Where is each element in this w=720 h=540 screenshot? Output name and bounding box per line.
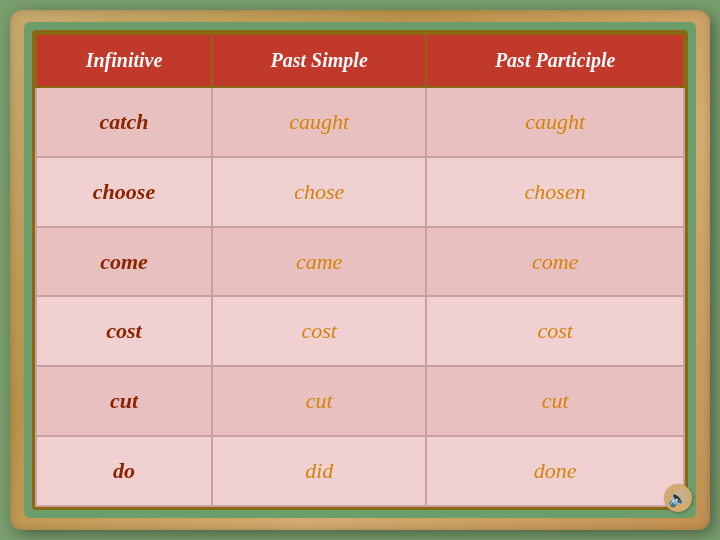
infinitive-cell: choose bbox=[36, 157, 212, 227]
past-participle-cell: chosen bbox=[426, 157, 684, 227]
infinitive-cell: do bbox=[36, 436, 212, 506]
infinitive-cell: catch bbox=[36, 87, 212, 157]
table-row: dodiddone bbox=[36, 436, 684, 506]
past-participle-cell: come bbox=[426, 227, 684, 297]
col-header-past-participle: Past Participle bbox=[426, 34, 684, 87]
infinitive-cell: cut bbox=[36, 366, 212, 436]
past-participle-cell: caught bbox=[426, 87, 684, 157]
table-row: costcostcost bbox=[36, 296, 684, 366]
past-simple-cell: cut bbox=[212, 366, 426, 436]
speaker-icon[interactable]: 🔊 bbox=[664, 484, 692, 512]
table-container: Infinitive Past Simple Past Participle c… bbox=[32, 30, 688, 510]
board-inner: Infinitive Past Simple Past Participle c… bbox=[24, 22, 696, 518]
table-row: cutcutcut bbox=[36, 366, 684, 436]
past-simple-cell: cost bbox=[212, 296, 426, 366]
table-header-row: Infinitive Past Simple Past Participle bbox=[36, 34, 684, 87]
past-simple-cell: did bbox=[212, 436, 426, 506]
infinitive-cell: cost bbox=[36, 296, 212, 366]
table-row: catchcaughtcaught bbox=[36, 87, 684, 157]
infinitive-cell: come bbox=[36, 227, 212, 297]
past-simple-cell: chose bbox=[212, 157, 426, 227]
past-participle-cell: cost bbox=[426, 296, 684, 366]
past-simple-cell: came bbox=[212, 227, 426, 297]
irregular-verbs-table: Infinitive Past Simple Past Participle c… bbox=[35, 33, 685, 507]
past-participle-cell: cut bbox=[426, 366, 684, 436]
board-outer: Infinitive Past Simple Past Participle c… bbox=[10, 10, 710, 530]
past-simple-cell: caught bbox=[212, 87, 426, 157]
table-row: choosechosechosen bbox=[36, 157, 684, 227]
past-participle-cell: done bbox=[426, 436, 684, 506]
col-header-past-simple: Past Simple bbox=[212, 34, 426, 87]
table-row: comecamecome bbox=[36, 227, 684, 297]
col-header-infinitive: Infinitive bbox=[36, 34, 212, 87]
